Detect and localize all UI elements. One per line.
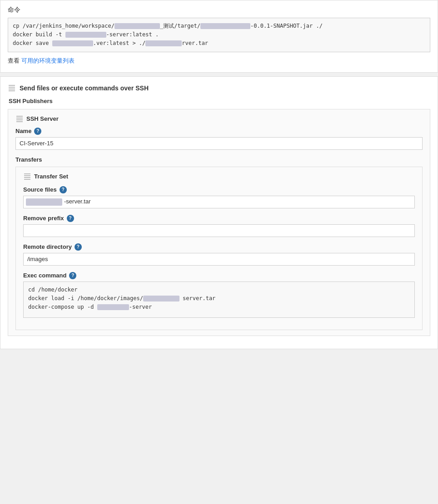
code-line-2: docker build -t -server:latest . — [13, 30, 425, 39]
ssh-section-heading: Send files or execute commands over SSH — [20, 84, 149, 92]
exec-command-field-row: Exec command ? cd /home/docker docker lo… — [23, 272, 415, 318]
ssh-section-header: Send files or execute commands over SSH — [8, 84, 430, 92]
remove-prefix-input[interactable] — [23, 224, 415, 237]
transfers-section: Transfers Transfer Set — [15, 156, 423, 330]
top-section: 命令 cp /var/jenkins_home/workspace/ _测试/t… — [0, 0, 438, 73]
command-code-box: cp /var/jenkins_home/workspace/ _测试/targ… — [8, 18, 430, 52]
name-field-label: Name ? — [15, 128, 423, 135]
transfer-set-block: Transfer Set Source files ? -server.tar — [15, 167, 423, 330]
source-files-input-container: -server.tar — [23, 196, 415, 208]
exec-blurred-2 — [97, 304, 129, 310]
exec-line-3: docker-compose up -d -server — [28, 303, 410, 311]
env-link-anchor[interactable]: 可用的环境变量列表 — [21, 57, 75, 64]
source-files-suffix: -server.tar — [64, 198, 91, 205]
transfer-set-drag-handle[interactable] — [23, 173, 31, 181]
source-files-field-row: Source files ? -server.tar — [23, 186, 415, 208]
section-drag-handle[interactable] — [8, 84, 16, 92]
transfer-set-label: Transfer Set — [34, 173, 68, 180]
page-wrapper: 命令 cp /var/jenkins_home/workspace/ _测试/t… — [0, 0, 438, 349]
remove-prefix-help-icon[interactable]: ? — [67, 215, 74, 222]
ssh-server-block: SSH Server Name ? Transfers — [8, 109, 430, 336]
transfers-heading: Transfers — [15, 156, 423, 163]
blurred-5 — [145, 40, 182, 46]
blurred-3 — [65, 32, 106, 38]
remove-prefix-label: Remove prefix ? — [23, 215, 415, 222]
code-line-3: docker save .ver:latest > ./ rver.tar — [13, 39, 425, 48]
server-drag-handle[interactable] — [15, 115, 24, 123]
exec-blurred-1 — [143, 296, 179, 301]
remove-prefix-field-row: Remove prefix ? — [23, 215, 415, 237]
top-section-title: 命令 — [8, 6, 430, 14]
exec-command-help-icon[interactable]: ? — [69, 272, 76, 279]
ssh-server-label: SSH Server — [26, 115, 59, 122]
ssh-server-inner-header: SSH Server — [15, 115, 423, 123]
source-files-label: Source files ? — [23, 186, 415, 193]
source-files-help-icon[interactable]: ? — [60, 186, 67, 193]
remote-directory-field-row: Remote directory ? — [23, 243, 415, 266]
exec-line-2: docker load -i /home/docker/images/ serv… — [28, 294, 410, 303]
blurred-2 — [200, 23, 250, 29]
ssh-section: Send files or execute commands over SSH … — [0, 76, 438, 349]
code-line-1: cp /var/jenkins_home/workspace/ _测试/targ… — [13, 22, 425, 30]
remote-directory-help-icon[interactable]: ? — [75, 243, 82, 251]
name-field-row: Name ? — [15, 128, 423, 150]
ssh-publishers-label: SSH Publishers — [8, 98, 430, 104]
name-input[interactable] — [15, 137, 423, 150]
name-help-icon[interactable]: ? — [34, 128, 41, 135]
remote-directory-input[interactable] — [23, 253, 415, 266]
remote-directory-label: Remote directory ? — [23, 243, 415, 251]
blurred-4 — [52, 40, 93, 46]
blurred-1 — [114, 23, 160, 29]
source-files-blurred-prefix — [26, 198, 62, 206]
exec-line-1: cd /home/docker — [28, 286, 410, 294]
transfer-set-header: Transfer Set — [23, 173, 415, 181]
env-link-static: 查看 — [8, 57, 21, 64]
exec-command-box: cd /home/docker docker load -i /home/doc… — [23, 282, 415, 318]
exec-command-label: Exec command ? — [23, 272, 415, 279]
env-link-row: 查看 可用的环境变量列表 — [8, 57, 430, 65]
